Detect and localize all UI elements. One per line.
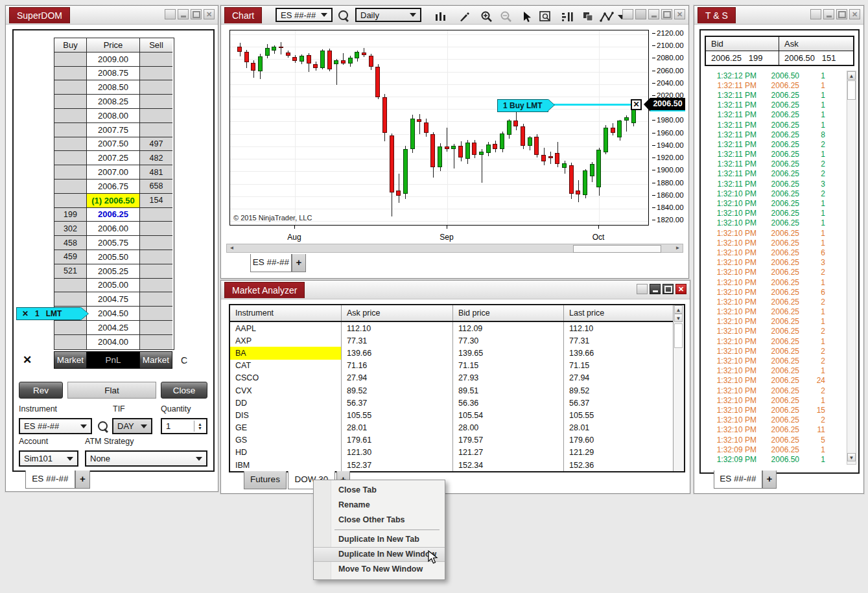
ladder-sell-cell[interactable] bbox=[140, 208, 172, 222]
chart-interval-selector[interactable]: Daily bbox=[355, 8, 421, 22]
buy-market-button[interactable]: Market bbox=[54, 351, 87, 369]
flat-button[interactable]: Flat bbox=[67, 382, 156, 399]
ladder-sell-cell[interactable] bbox=[140, 236, 172, 250]
ma-row[interactable]: DIS105.55105.54105.55 bbox=[230, 409, 684, 421]
buy-limit-order-label[interactable]: 1 Buy LMT bbox=[497, 99, 548, 112]
market-analyzer-table[interactable]: InstrumentAsk priceBid priceLast priceAA… bbox=[229, 304, 685, 472]
window-properties-button[interactable] bbox=[637, 284, 648, 294]
ladder-sell-cell[interactable] bbox=[140, 250, 172, 264]
close-icon[interactable]: ✕ bbox=[674, 9, 685, 19]
pnl-display[interactable]: PnL bbox=[86, 351, 140, 369]
superdom-add-tab-button[interactable]: + bbox=[75, 471, 90, 489]
account-selector[interactable]: Sim101 bbox=[19, 450, 78, 467]
window-properties-button[interactable] bbox=[622, 9, 633, 19]
ladder-buy-cell[interactable] bbox=[54, 335, 87, 349]
minimize-icon[interactable] bbox=[650, 284, 661, 294]
market-analyzer-titlebar[interactable]: Market Analyzer ✕ bbox=[221, 281, 690, 299]
superdom-titlebar[interactable]: SuperDOM ✕ bbox=[6, 6, 218, 25]
ladder-sell-cell[interactable] bbox=[140, 67, 172, 81]
ladder-buy-cell[interactable] bbox=[54, 123, 87, 137]
tif-selector[interactable]: DAY bbox=[112, 418, 152, 434]
ladder-buy-cell[interactable] bbox=[54, 67, 87, 81]
ladder-price-cell[interactable]: 2004.50 bbox=[87, 307, 140, 321]
ladder-price-cell[interactable]: 2005.25 bbox=[87, 264, 140, 279]
cancel-order-icon[interactable]: ✕ bbox=[631, 99, 642, 110]
ladder-sell-cell[interactable] bbox=[140, 292, 172, 307]
sell-market-button[interactable]: Market bbox=[139, 351, 172, 369]
drawing-tools-icon[interactable] bbox=[456, 10, 473, 24]
ladder-sell-cell[interactable] bbox=[140, 123, 172, 137]
minimize-icon[interactable] bbox=[178, 9, 189, 19]
maximize-icon[interactable] bbox=[836, 9, 847, 19]
ladder-sell-cell[interactable] bbox=[140, 335, 172, 349]
maximize-icon[interactable] bbox=[663, 284, 674, 294]
ladder-price-cell[interactable]: 2006.00 bbox=[87, 222, 140, 236]
window-properties-button[interactable] bbox=[810, 9, 821, 19]
chart-titlebar[interactable]: Chart ES ##-## Daily ✕ bbox=[221, 6, 688, 25]
superdom-instrument-tab[interactable]: ES ##-## bbox=[25, 471, 75, 489]
maximize-icon[interactable] bbox=[661, 9, 672, 19]
ladder-sell-cell[interactable] bbox=[140, 109, 172, 123]
ladder-sell-cell[interactable] bbox=[140, 222, 172, 236]
window-pin-button[interactable] bbox=[635, 9, 646, 19]
menu-item-rename[interactable]: Rename bbox=[314, 498, 445, 513]
window-properties-button[interactable] bbox=[165, 9, 176, 19]
ma-row[interactable]: AAPL112.10112.09112.10 bbox=[230, 322, 684, 334]
ladder-sell-cell[interactable]: 658 bbox=[140, 180, 172, 194]
ladder-price-cell[interactable]: 2005.00 bbox=[87, 279, 140, 293]
zoom-in-icon[interactable] bbox=[478, 10, 495, 24]
ma-tab-futures[interactable]: Futures bbox=[244, 471, 287, 489]
tns-instrument-tab[interactable]: ES ##-## bbox=[714, 471, 762, 489]
ma-row[interactable]: CSCO27.9427.9327.94 bbox=[230, 372, 684, 384]
ladder-price-cell[interactable]: 2007.00 bbox=[87, 165, 140, 180]
ma-v-scrollbar[interactable]: ▲▼ bbox=[673, 305, 684, 471]
data-box-icon[interactable] bbox=[537, 10, 554, 24]
quantity-stepper[interactable]: 1▲▼ bbox=[161, 418, 207, 434]
ladder-price-cell[interactable]: 2008.75 bbox=[87, 67, 140, 81]
ladder-sell-cell[interactable] bbox=[140, 321, 172, 335]
ladder-price-cell[interactable]: 2006.25 bbox=[87, 208, 140, 222]
ladder-price-cell[interactable]: 2005.50 bbox=[87, 250, 140, 264]
scroll-down-icon[interactable]: ▼ bbox=[847, 453, 856, 461]
market-depth-icon[interactable] bbox=[559, 10, 576, 24]
search-icon[interactable] bbox=[338, 10, 348, 20]
ladder-price-cell[interactable]: 2008.50 bbox=[87, 80, 140, 95]
ladder-price-cell[interactable]: (1) 2006.50 bbox=[87, 194, 140, 208]
ladder-sell-cell[interactable] bbox=[140, 264, 172, 279]
ladder-sell-cell[interactable]: 154 bbox=[140, 194, 172, 208]
ladder-sell-cell[interactable]: 497 bbox=[140, 137, 172, 152]
ma-row[interactable]: IBM152.37152.34152.36 bbox=[230, 459, 684, 471]
close-icon[interactable]: ✕ bbox=[204, 9, 215, 19]
ma-row[interactable]: HD121.30121.27121.29 bbox=[230, 447, 684, 459]
ma-row[interactable]: CVX89.5289.5189.52 bbox=[230, 384, 684, 397]
ladder-price-cell[interactable]: 2007.50 bbox=[87, 137, 140, 152]
indicators-icon[interactable] bbox=[598, 10, 615, 24]
ma-row[interactable]: CAT71.1671.1571.15 bbox=[230, 360, 684, 372]
menu-item-close-other-tabs[interactable]: Close Other Tabs bbox=[314, 513, 445, 528]
ladder-price-cell[interactable]: 2005.75 bbox=[87, 236, 140, 250]
instrument-selector[interactable]: ES ##-## bbox=[19, 418, 92, 434]
ladder-price-cell[interactable]: 2007.75 bbox=[87, 123, 140, 137]
scroll-up-icon[interactable]: ▲ bbox=[847, 71, 856, 80]
minimize-icon[interactable] bbox=[648, 9, 659, 19]
ladder-buy-cell[interactable] bbox=[54, 151, 87, 165]
ladder-price-cell[interactable]: 2004.75 bbox=[87, 292, 140, 307]
ladder-price-cell[interactable]: 2008.00 bbox=[87, 109, 140, 123]
chart-price-axis[interactable]: 2120.002100.002080.002060.002040.002020.… bbox=[651, 30, 688, 224]
menu-item-move-to-new-window[interactable]: Move To New Window bbox=[314, 562, 445, 577]
scroll-up-icon[interactable]: ▲ bbox=[674, 305, 683, 314]
ladder-price-cell[interactable]: 2004.25 bbox=[87, 321, 140, 335]
ladder-buy-cell[interactable]: 458 bbox=[54, 236, 87, 250]
ladder-price-cell[interactable]: 2006.75 bbox=[87, 180, 140, 194]
ladder-sell-cell[interactable]: 481 bbox=[140, 165, 172, 180]
ladder-buy-cell[interactable]: 521 bbox=[54, 264, 87, 279]
ladder-sell-cell[interactable] bbox=[140, 52, 172, 67]
ladder-buy-cell[interactable] bbox=[54, 180, 87, 194]
ladder-buy-cell[interactable]: 302 bbox=[54, 222, 87, 236]
tns-v-scrollbar[interactable]: ▲ ▼ bbox=[847, 71, 856, 465]
ladder-buy-cell[interactable]: 459 bbox=[54, 250, 87, 264]
ma-row[interactable]: BA139.66139.65139.66 bbox=[230, 347, 684, 359]
tns-add-tab-button[interactable]: + bbox=[762, 471, 777, 489]
ladder-buy-cell[interactable] bbox=[54, 279, 87, 293]
ma-row[interactable]: GE28.0128.0028.01 bbox=[230, 422, 684, 434]
